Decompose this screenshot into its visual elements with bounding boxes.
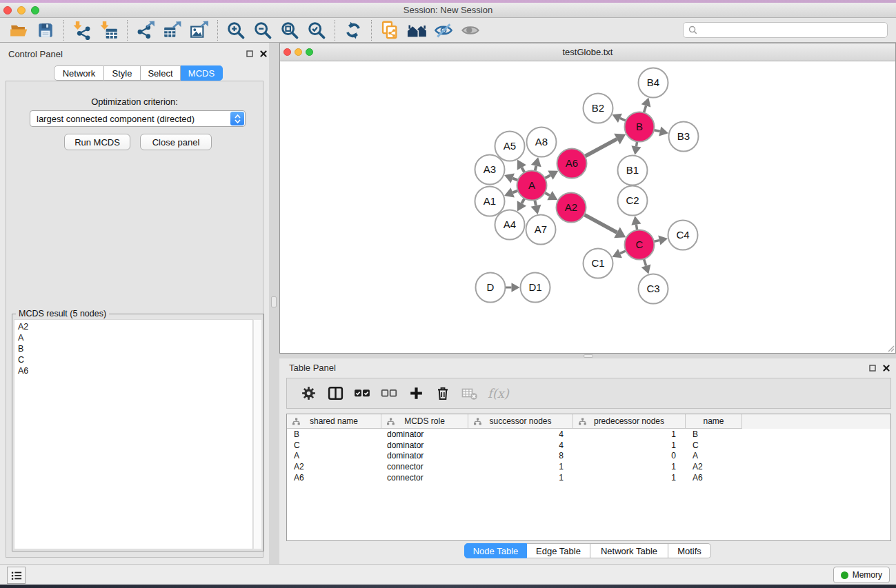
divider-grip[interactable] [271,296,277,307]
tab-motifs[interactable]: Motifs [668,543,711,558]
table-row[interactable]: Adominator80A [287,451,890,462]
divider-grip[interactable] [584,354,593,358]
network-window-title: testGlobe.txt [280,47,895,57]
mcds-result-scrollbar[interactable] [253,319,262,549]
graph-node-label: C1 [591,257,604,269]
refresh-icon[interactable] [341,19,365,41]
tab-edge-table[interactable]: Edge Table [527,543,590,558]
table-cell: dominator [381,429,468,439]
tab-select[interactable]: Select [141,65,181,81]
table-row[interactable]: Cdominator41C [287,440,890,451]
mcds-result-item[interactable]: C [18,354,252,365]
application-window: Session: New Session [0,0,896,588]
mcds-result-item[interactable]: A2 [18,321,252,332]
zoom-out-icon[interactable] [251,19,275,41]
table-cell: A6 [686,473,742,483]
table-row[interactable]: Bdominator41B [287,429,890,440]
vertical-split-divider[interactable] [269,43,279,564]
horizontal-split-divider[interactable] [279,354,896,358]
mcds-result-item[interactable]: A6 [18,365,252,376]
network-canvas[interactable]: B4B2BB3A8A5A6B1A3AA1C2A2A4A7C4CC1C3DD1 [280,61,895,353]
graph-edge-arrowhead [530,205,541,214]
show-task-history-button[interactable] [7,567,26,584]
delete-rows-trash-icon[interactable] [432,383,453,405]
table-row[interactable]: A2connector11A2 [287,461,890,472]
table-cell: dominator [381,440,468,450]
add-row-icon[interactable] [406,383,426,405]
graph-node-label: B [636,121,643,132]
tab-network-table[interactable]: Network Table [590,543,668,558]
column-header-predecessor-nodes[interactable]: predecessor nodes [573,414,686,429]
float-panel-icon[interactable] [868,363,877,373]
table-cell: C [287,440,381,450]
tab-mcds[interactable]: MCDS [181,65,223,81]
close-panel-icon[interactable] [259,49,268,59]
graph-node-label: A4 [504,219,516,230]
graph-edge-arrowhead [659,127,668,136]
float-panel-icon[interactable] [245,49,255,59]
table-cell: 1 [573,462,686,472]
graph-node-label: D1 [528,281,541,293]
graph-edge-A6-B[interactable] [584,139,617,157]
graph-node-label: A7 [535,223,547,235]
toolbar-separator [335,20,335,41]
search-input[interactable] [701,26,887,35]
graph-edge-A2-C[interactable] [583,214,617,232]
column-header-shared-name[interactable]: shared name [287,414,381,429]
list-icon [10,570,23,581]
toolbar-separator [217,20,218,41]
mcds-result-item[interactable]: A [18,332,252,343]
show-graphics-details-icon[interactable] [459,19,482,41]
zoom-fit-icon[interactable] [278,19,301,41]
close-panel-button[interactable]: Close panel [140,134,212,150]
right-area: testGlobe.txt B4B2BB3A8A5A6B1A3AA1C2A2A4… [279,43,896,564]
export-table-icon[interactable] [161,19,184,41]
tab-node-table[interactable]: Node Table [464,543,527,558]
run-mcds-button[interactable]: Run MCDS [64,134,130,150]
import-network-icon[interactable] [70,19,94,41]
zoom-in-icon[interactable] [224,19,248,41]
zoom-selected-icon[interactable] [305,19,328,41]
toolbar-separator [371,20,372,41]
select-all-rows-icon[interactable] [352,383,372,405]
open-folder-icon[interactable] [7,19,30,41]
mcds-result-list[interactable]: A2ABCA6 [14,319,253,549]
memory-button[interactable]: Memory [833,567,890,583]
save-icon[interactable] [34,19,57,41]
column-header-successor-nodes[interactable]: successor nodes [468,414,573,429]
graph-node-label: C2 [626,194,639,206]
column-label: name [703,416,724,426]
table-row[interactable]: A6connector11A6 [287,472,890,483]
graph-edge-arrowhead [631,216,641,225]
duplicate-network-icon[interactable] [378,19,401,41]
import-table-icon[interactable] [97,19,121,41]
control-panel-title: Control Panel [8,49,63,59]
search-box[interactable] [683,22,888,38]
delete-table-icon[interactable] [459,383,480,405]
hide-graphics-details-icon[interactable] [432,19,455,41]
table-cell: 0 [573,451,686,460]
tab-network[interactable]: Network [54,65,104,81]
optimization-criterion-label: Optimization criterion: [6,97,263,107]
graph-edge-arrowhead [512,283,520,292]
export-image-icon[interactable] [188,19,211,41]
network-window-titlebar[interactable]: testGlobe.txt [280,43,895,61]
mcds-result-item[interactable]: B [18,343,252,354]
show-columns-icon[interactable] [325,383,346,405]
window-resize-grip[interactable] [886,344,895,352]
dropdown-selected-value: largest connected component (directed) [30,114,230,124]
table-cell: A [287,451,381,460]
function-builder-fx-icon[interactable]: f(x) [488,386,509,401]
optimization-criterion-dropdown[interactable]: largest connected component (directed) [30,110,246,127]
network-home-icon[interactable] [405,19,428,41]
column-tree-icon [387,418,395,425]
close-panel-icon[interactable] [882,363,891,373]
export-network-icon[interactable] [134,19,157,41]
unselect-all-rows-icon[interactable] [379,383,399,405]
table-toolbar: f(x) [286,378,891,409]
column-header-name[interactable]: name [686,414,742,429]
search-icon [688,25,698,35]
tab-style[interactable]: Style [104,65,141,81]
column-header-mcds-role[interactable]: MCDS role [381,414,468,429]
table-settings-gear-icon[interactable] [298,383,319,405]
